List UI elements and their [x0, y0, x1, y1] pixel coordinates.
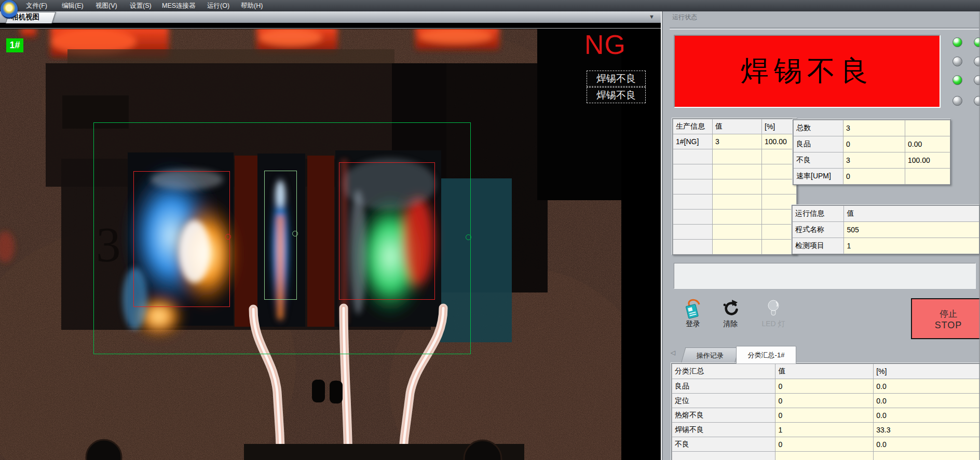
- led-light-button[interactable]: LED 灯: [754, 297, 793, 332]
- cell: [905, 169, 950, 185]
- result-ng-text: NG: [584, 31, 626, 58]
- cell: [762, 149, 797, 164]
- menu-help[interactable]: 帮助(H): [239, 0, 265, 11]
- cell: 0: [775, 437, 874, 452]
- cell: 0: [775, 408, 874, 423]
- col-header: [%]: [762, 119, 797, 134]
- cell: 总数: [794, 120, 843, 136]
- clear-button[interactable]: 清除: [714, 297, 746, 332]
- summary-table: 分类汇总 值 [%] 良品00.0 定位00.0 热熔不良00.0 焊锡不良13…: [671, 363, 980, 460]
- cell: [673, 179, 713, 194]
- cell: 1: [844, 238, 979, 254]
- stop-button[interactable]: 停止 STOP: [911, 298, 980, 339]
- status-led: [952, 96, 962, 106]
- clear-button-label[interactable]: 清除: [714, 319, 746, 329]
- status-led: [952, 75, 962, 85]
- menu-edit[interactable]: 编辑(E): [60, 0, 86, 11]
- login-button-label[interactable]: 登录: [677, 319, 709, 329]
- cell: [713, 164, 762, 179]
- run-status-panel: 运行状态 焊锡不良 生产信息 值 [%] 1#[NG]3100.00: [669, 11, 980, 460]
- stop-button-label-cn[interactable]: 停止: [912, 308, 980, 320]
- roi-anchor-mid: [292, 231, 298, 236]
- menu-view[interactable]: 视图(V): [93, 0, 119, 11]
- defect-tag: 焊锡不良: [587, 87, 646, 103]
- cell: [775, 452, 874, 460]
- cell: [673, 210, 713, 225]
- cell: [673, 225, 713, 240]
- cell: 热熔不良: [672, 408, 775, 423]
- menu-mes[interactable]: MES连接器: [160, 0, 198, 11]
- cell: 0.0: [874, 379, 980, 394]
- camera-viewport: 3 1# NG 焊锡不良 焊锡不良: [0, 23, 661, 460]
- cell: 定位: [672, 394, 775, 408]
- col-header: 分类汇总: [672, 364, 775, 379]
- bulb-icon: [763, 297, 784, 319]
- cell: 1: [775, 423, 874, 437]
- col-header: 生产信息: [673, 119, 713, 134]
- tab-operation-log-label[interactable]: 操作记录: [684, 348, 737, 364]
- cell: 100.00: [905, 152, 950, 169]
- alarm-text: 焊锡不良: [741, 52, 874, 90]
- menu-setting[interactable]: 设置(S): [128, 0, 154, 11]
- cell: [673, 194, 713, 210]
- cell: [672, 452, 775, 460]
- roi-anchor-left: [225, 234, 231, 240]
- status-led: [952, 57, 962, 66]
- tab-summary-1-label[interactable]: 分类汇总-1#: [748, 351, 785, 359]
- defect-tag: 焊锡不良: [587, 71, 646, 87]
- menu-bar: 文件(F) 编辑(E) 视图(V) 设置(S) MES连接器 运行(O) 帮助(…: [0, 0, 980, 11]
- led-light-button-label[interactable]: LED 灯: [754, 319, 793, 329]
- cell: [762, 179, 797, 194]
- refresh-icon: [720, 297, 741, 319]
- cell: [713, 179, 762, 194]
- cell: 0.0: [874, 408, 980, 423]
- cell: [673, 149, 713, 164]
- col-header: 值: [713, 119, 762, 134]
- cell: 3: [713, 134, 762, 149]
- cell: 0: [843, 136, 905, 152]
- cell: 100.00: [762, 134, 797, 149]
- cell: 良品: [672, 379, 775, 394]
- menu-file[interactable]: 文件(F): [24, 0, 49, 11]
- svg-text:3: 3: [96, 217, 121, 272]
- cell: 0.0: [874, 437, 980, 452]
- status-led: [952, 37, 962, 47]
- cell: [713, 240, 762, 255]
- cell: 1#[NG]: [673, 134, 713, 149]
- cell: 0: [775, 379, 874, 394]
- tab-operation-log[interactable]: 操作记录: [681, 347, 740, 364]
- cell: 不良: [794, 152, 843, 169]
- col-header: 值: [844, 206, 979, 222]
- chevron-down-icon[interactable]: ▼: [649, 13, 655, 20]
- cell: 0.00: [905, 136, 950, 152]
- tab-scroll-left-icon[interactable]: ◁: [671, 349, 675, 356]
- cell: 505: [844, 222, 979, 238]
- cell: [713, 225, 762, 240]
- camera-top-border: [0, 28, 661, 29]
- cell: [762, 164, 797, 179]
- cell: 0: [775, 394, 874, 408]
- cell: [713, 149, 762, 164]
- login-button[interactable]: 登录: [677, 297, 709, 332]
- tab-summary-1[interactable]: 分类汇总-1#: [736, 346, 796, 364]
- panel-title: 运行状态: [672, 13, 697, 22]
- cell: 程式名称: [793, 222, 844, 238]
- menu-run[interactable]: 运行(O): [205, 0, 232, 11]
- cell: [673, 240, 713, 255]
- stop-button-label-en[interactable]: STOP: [912, 320, 980, 331]
- message-box: [674, 263, 976, 289]
- col-header: 运行信息: [793, 206, 844, 222]
- alarm-banner: 焊锡不良: [674, 35, 941, 108]
- cell: 不良: [672, 437, 775, 452]
- cell: 3: [843, 120, 905, 136]
- cell: [713, 210, 762, 225]
- app-window: 文件(F) 编辑(E) 视图(V) 设置(S) MES连接器 运行(O) 帮助(…: [0, 0, 980, 460]
- run-info-table: 运行信息 值 程式名称505 检测项目1: [792, 205, 980, 255]
- inspection-photo: 3: [0, 29, 621, 460]
- cell: 33.3: [874, 423, 980, 437]
- groupbox-line: [670, 27, 979, 30]
- login-badge-icon: [683, 297, 703, 319]
- app-logo-icon: [1, 0, 18, 19]
- camera-tab-bar: 相机视图 ▼: [0, 11, 661, 23]
- cell: 检测项目: [793, 238, 844, 254]
